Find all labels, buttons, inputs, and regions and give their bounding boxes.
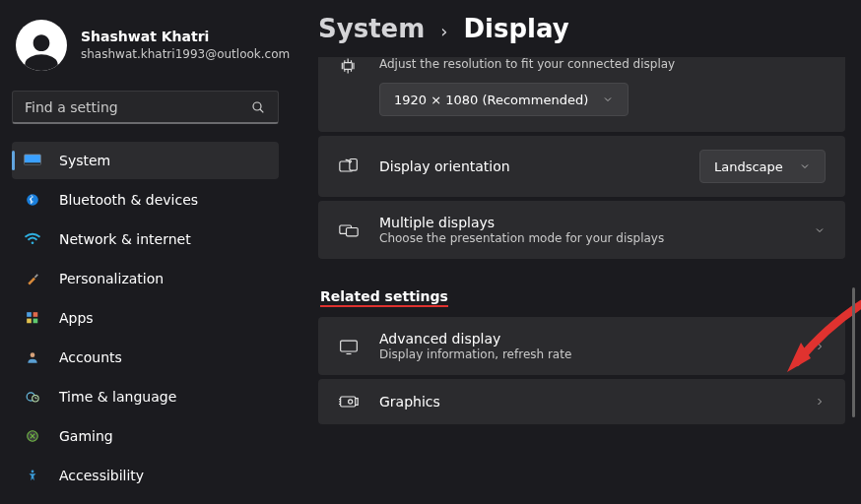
svg-point-10 [31,352,35,357]
profile-block[interactable]: Shashwat Khatri shashwat.khatri1993@outl… [12,14,279,85]
multiple-displays-icon [338,221,360,239]
profile-text: Shashwat Khatri shashwat.khatri1993@outl… [81,28,290,62]
svg-point-0 [253,102,261,110]
chevron-down-icon [602,94,614,105]
svg-rect-9 [33,319,38,324]
orientation-value: Landscape [714,159,783,174]
breadcrumb: System › Display [318,14,833,43]
card-display-resolution[interactable]: Adjust the resolution to fit your connec… [318,57,845,132]
svg-rect-20 [347,227,359,235]
sidebar-item-label: Personalization [59,271,164,286]
svg-rect-8 [27,319,32,324]
svg-rect-21 [341,341,358,351]
sidebar-item-apps[interactable]: Apps [12,299,279,337]
card-multiple-displays[interactable]: Multiple displays Choose the presentatio… [318,201,845,259]
chevron-right-icon: › [440,21,447,41]
settings-content: Adjust the resolution to fit your connec… [318,57,845,504]
resolution-value: 1920 × 1080 (Recommended) [394,93,588,107]
sidebar-item-label: Bluetooth & devices [59,192,198,208]
profile-email: shashwat.khatri1993@outlook.com [81,46,290,62]
svg-rect-7 [33,312,38,317]
advanced-title: Advanced display [379,331,794,346]
sidebar-item-accounts[interactable]: Accounts [12,339,279,376]
sidebar-item-personalization[interactable]: Personalization [12,260,279,297]
orientation-dropdown[interactable]: Landscape [699,150,826,183]
sidebar-item-network[interactable]: Network & internet [12,220,279,258]
sidebar-item-label: Time & language [59,389,176,405]
resolution-sub: Adjust the resolution to fit your connec… [379,57,826,71]
accessibility-icon [24,469,41,482]
multiple-sub: Choose the presentation mode for your di… [379,231,794,245]
svg-point-24 [349,400,353,404]
chevron-right-icon [814,396,826,408]
svg-point-15 [32,471,34,473]
graphics-title: Graphics [379,394,794,410]
card-advanced-display[interactable]: Advanced display Display information, re… [318,317,845,375]
accounts-icon [24,350,41,364]
main-panel: System › Display Adjust the resolution t… [291,0,861,504]
monitor-icon [24,154,41,167]
sidebar-item-bluetooth[interactable]: Bluetooth & devices [12,181,279,219]
sidebar: Shashwat Khatri shashwat.khatri1993@outl… [0,0,291,504]
sidebar-item-label: Accounts [59,349,122,365]
sidebar-item-label: System [59,153,110,168]
search-placeholder: Find a setting [25,99,250,115]
chevron-right-icon [814,341,826,352]
sidebar-item-label: Network & internet [59,231,191,247]
sidebar-item-system[interactable]: System [12,142,279,179]
user-icon [22,32,61,71]
graphics-icon [338,393,360,410]
svg-point-5 [32,241,34,244]
scrollbar-thumb[interactable] [852,287,855,417]
svg-line-1 [260,109,263,112]
resolution-icon [338,57,360,116]
sidebar-item-label: Accessibility [59,468,144,483]
avatar [16,20,67,71]
svg-rect-3 [25,162,41,164]
breadcrumb-parent[interactable]: System [318,14,425,43]
gaming-icon [24,429,41,443]
svg-rect-6 [27,312,32,317]
sidebar-item-accessibility[interactable]: Accessibility [12,457,279,494]
advanced-sub: Display information, refresh rate [379,347,794,361]
sidebar-item-label: Apps [59,310,94,326]
bluetooth-icon [24,193,41,207]
card-graphics[interactable]: Graphics [318,379,845,424]
resolution-dropdown[interactable]: 1920 × 1080 (Recommended) [379,83,629,116]
apps-icon [24,311,41,325]
search-icon [250,99,266,115]
sidebar-item-time[interactable]: Time & language [12,378,279,415]
brush-icon [24,272,41,285]
clock-globe-icon [24,390,41,404]
card-display-orientation[interactable]: Display orientation Landscape [318,136,845,197]
sidebar-item-gaming[interactable]: Gaming [12,417,279,455]
related-settings-heading: Related settings [320,288,448,307]
search-input[interactable]: Find a setting [12,91,279,124]
profile-name: Shashwat Khatri [81,28,290,46]
page-title: Display [464,14,569,43]
multiple-title: Multiple displays [379,215,794,230]
wifi-icon [24,232,41,246]
sidebar-item-label: Gaming [59,428,113,444]
sidebar-nav: System Bluetooth & devices Network & int… [12,142,279,494]
advanced-display-icon [338,338,360,355]
chevron-down-icon [814,224,826,236]
orientation-icon [338,158,360,175]
chevron-down-icon [799,160,811,172]
svg-point-4 [27,194,38,206]
svg-rect-16 [344,63,352,70]
orientation-title: Display orientation [379,158,680,174]
